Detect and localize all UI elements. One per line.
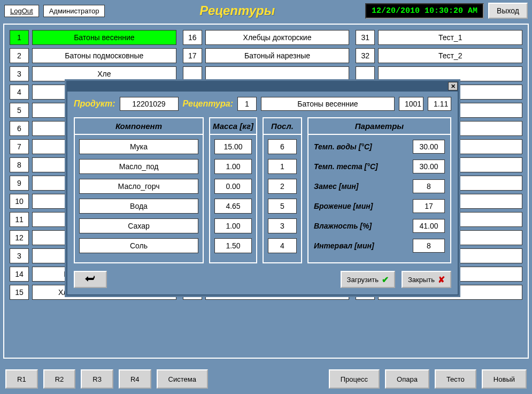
load-button[interactable]: Загрузить ✔ [341, 271, 395, 288]
param-row: Брожение [мин]17 [314, 199, 445, 214]
recipe-number-cell: 6 [10, 121, 29, 136]
param-value[interactable]: 41.00 [413, 219, 445, 233]
recipe-name-cell: Хлебцы докторские [205, 30, 350, 45]
param-label: Темп. воды [°C] [314, 142, 408, 151]
component-cell[interactable]: Вода [79, 199, 198, 214]
system-button[interactable]: Система [157, 369, 208, 389]
recipe-number-cell: 14 [10, 267, 29, 282]
recipe-name-cell: Батоный нарезные [205, 48, 350, 63]
new-button[interactable]: Новый [482, 369, 527, 389]
r4-button[interactable]: R4 [119, 369, 151, 389]
r3-button[interactable]: R3 [81, 369, 113, 389]
recipe-row[interactable]: 31Тест_1 [356, 30, 522, 45]
param-label: Влажность [%] [314, 222, 408, 230]
r2-button[interactable]: R2 [43, 369, 76, 389]
param-row: Замес [мин]8 [314, 179, 445, 194]
process-button[interactable]: Процесс [329, 369, 380, 389]
component-cell[interactable]: Сахар [79, 218, 198, 233]
recipe-number-cell: 1 [10, 30, 29, 45]
recipe-version[interactable]: 1.11 [428, 97, 451, 111]
recipe-name-cell: Тест_1 [378, 30, 522, 45]
footer-bar: R1 R2 R3 R4 Система Процесс Опара Тесто … [0, 364, 532, 394]
admin-button[interactable]: Администратор [43, 5, 105, 17]
component-cell[interactable]: Соль [79, 238, 198, 253]
param-row: Темп. воды [°C]30.00 [314, 139, 445, 154]
sequence-cell[interactable]: 4 [268, 238, 297, 253]
param-value[interactable]: 8 [413, 179, 445, 193]
recipe-row[interactable]: 2Батоны подмосковные [10, 48, 176, 63]
param-value[interactable]: 30.00 [413, 160, 445, 173]
opara-button[interactable]: Опара [385, 369, 429, 389]
mass-cell[interactable]: 4.65 [214, 199, 252, 214]
sequence-cell[interactable]: 1 [268, 159, 297, 174]
recipe-number-cell: 3 [10, 248, 29, 263]
close-icon[interactable]: ✕ [448, 82, 458, 90]
sequence-cell[interactable]: 3 [268, 218, 297, 233]
mass-cell[interactable]: 1.50 [214, 238, 252, 253]
back-button[interactable]: ⮨ [74, 271, 107, 288]
recipe-row[interactable]: 17Батоный нарезные [183, 48, 350, 63]
param-value[interactable]: 30.00 [413, 140, 445, 154]
param-label: Замес [мин] [314, 182, 408, 191]
param-label: Брожение [мин] [314, 202, 408, 210]
recipe-number-cell: 4 [10, 85, 29, 100]
recipe-number-cell: 5 [10, 103, 29, 118]
recipe-name-box[interactable]: Батоны весенние [261, 97, 395, 111]
recipe-number-cell: 32 [356, 48, 375, 63]
recipe-number-cell: 9 [10, 176, 29, 191]
page-title: Рецептуры [109, 3, 365, 18]
param-value[interactable]: 8 [413, 239, 445, 253]
recipe-number-cell: 11 [10, 212, 29, 227]
recipe-code[interactable]: 1001 [399, 97, 423, 111]
mass-cell[interactable]: 0.00 [214, 179, 252, 194]
recipe-number-cell: 3 [10, 66, 29, 81]
sequence-panel: Посл. 612534 [263, 117, 302, 263]
param-label: Темп. теста [°C] [314, 162, 408, 171]
sequence-cell[interactable]: 5 [268, 199, 297, 214]
param-row: Темп. теста [°C]30.00 [314, 159, 445, 174]
recipe-row[interactable]: 32Тест_2 [356, 48, 522, 63]
sequence-cell[interactable]: 2 [268, 179, 297, 194]
r1-button[interactable]: R1 [5, 369, 38, 389]
dialog-titlebar: ✕ [66, 81, 459, 92]
recipe-number-cell: 8 [10, 157, 29, 172]
recipe-number-cell: 15 [10, 285, 29, 300]
mass-header: Масса [кг] [210, 118, 256, 135]
recipe-label-title: Рецептура: [183, 99, 233, 109]
product-value[interactable]: 12201029 [120, 97, 179, 111]
close-button[interactable]: Закрыть ✘ [402, 271, 451, 288]
parameters-header: Параметры [309, 118, 450, 135]
mass-cell[interactable]: 1.00 [214, 159, 252, 174]
param-row: Влажность [%]41.00 [314, 218, 445, 233]
recipe-name-cell: Батоны весенние [32, 30, 176, 45]
clock-display: 12/20/2010 10:30:20 AM [365, 3, 484, 19]
exit-button[interactable]: Выход [488, 3, 528, 19]
recipe-number-cell: 16 [183, 30, 202, 45]
sequence-cell[interactable]: 6 [268, 139, 297, 154]
recipe-number-cell: 10 [10, 194, 29, 209]
component-panel: Компонент МукаМасло_подМасло_горчВодаСах… [74, 117, 204, 263]
component-cell[interactable]: Мука [79, 139, 198, 154]
logout-button[interactable]: LogOut [4, 5, 39, 17]
mass-cell[interactable]: 15.00 [214, 139, 252, 154]
recipe-number-cell: 17 [183, 48, 202, 63]
component-cell[interactable]: Масло_горч [79, 179, 198, 194]
param-value[interactable]: 17 [413, 199, 445, 213]
product-label: Продукт: [74, 99, 115, 109]
recipe-name-cell: Батоны подмосковные [32, 48, 176, 63]
load-label: Загрузить [347, 276, 379, 284]
recipe-row[interactable]: 16Хлебцы докторские [183, 30, 350, 45]
recipe-dialog: ✕ Продукт: 12201029 Рецептура: 1 Батоны … [65, 79, 460, 297]
recipe-number-cell: 12 [10, 230, 29, 245]
sequence-header: Посл. [264, 118, 301, 135]
component-cell[interactable]: Масло_под [79, 159, 198, 174]
mass-cell[interactable]: 1.00 [214, 218, 252, 233]
recipe-row[interactable]: 1Батоны весенние [10, 30, 176, 45]
param-row: Интервал [мин]8 [314, 238, 445, 253]
parameters-panel: Параметры Темп. воды [°C]30.00Темп. тест… [307, 117, 451, 263]
recipe-number-cell: 7 [10, 139, 29, 154]
testo-button[interactable]: Тесто [435, 369, 476, 389]
check-icon: ✔ [382, 275, 389, 285]
component-header: Компонент [75, 118, 203, 135]
recipe-number[interactable]: 1 [237, 97, 257, 111]
